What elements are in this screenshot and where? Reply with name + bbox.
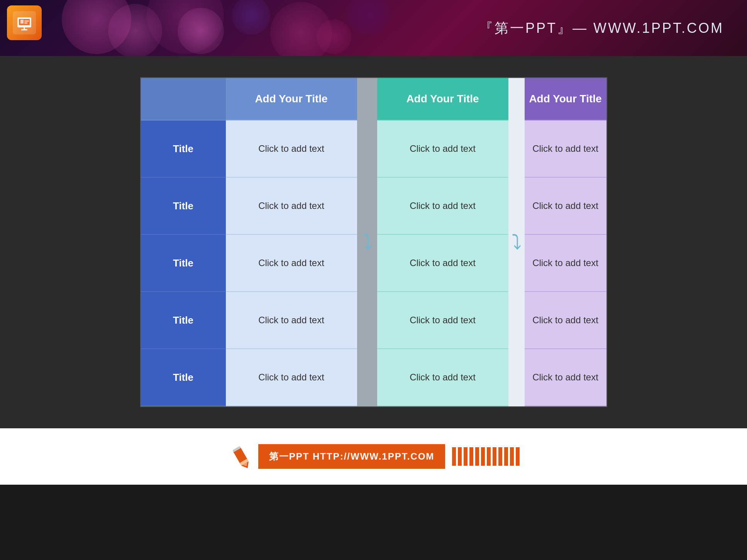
svg-rect-4 (24, 22, 27, 24)
header-logo (7, 5, 42, 40)
col4-purple-column: Add Your Title Click to add text Click t… (525, 78, 606, 406)
col2-header[interactable]: Add Your Title (226, 78, 357, 120)
stripe-5 (475, 447, 479, 466)
col1-row-1[interactable]: Title (141, 120, 226, 178)
col1-row-4[interactable]: Title (141, 292, 226, 349)
pencil-icon (227, 443, 254, 470)
separator-1: ⤵ (357, 78, 377, 406)
col4-header[interactable]: Add Your Title (525, 78, 606, 120)
col3-row-2[interactable]: Click to add text (377, 178, 508, 235)
stripe-3 (464, 447, 468, 466)
comparison-table: Title Title Title Title Title Add Your T… (140, 77, 607, 407)
col2-row-2[interactable]: Click to add text (226, 178, 357, 235)
col3-row-4[interactable]: Click to add text (377, 292, 508, 349)
svg-rect-2 (20, 20, 24, 24)
stripe-4 (469, 447, 473, 466)
footer-stripes (452, 447, 520, 466)
stripe-7 (487, 447, 491, 466)
col2-row-1[interactable]: Click to add text (226, 120, 357, 178)
footer: 第一PPT HTTP://WWW.1PPT.COM (0, 428, 747, 485)
col3-row-3[interactable]: Click to add text (377, 235, 508, 292)
stripe-10 (504, 447, 508, 466)
footer-url-bar: 第一PPT HTTP://WWW.1PPT.COM (258, 444, 445, 469)
arrow-right-icon-1: ⤵ (362, 232, 372, 252)
stripe-8 (493, 447, 496, 466)
main-section: Title Title Title Title Title Add Your T… (0, 56, 747, 428)
col2-row-5[interactable]: Click to add text (226, 349, 357, 406)
col3-row-1[interactable]: Click to add text (377, 120, 508, 178)
stripe-11 (510, 447, 514, 466)
stripe-12 (516, 447, 520, 466)
stripe-6 (481, 447, 485, 466)
col3-header[interactable]: Add Your Title (377, 78, 508, 120)
col3-teal-column: Add Your Title Click to add text Click t… (377, 78, 508, 406)
stripe-1 (452, 447, 456, 466)
col1-header (141, 78, 226, 120)
col2-blue-column: Add Your Title Click to add text Click t… (226, 78, 357, 406)
stripe-9 (498, 447, 502, 466)
arrow-right-icon-2: ⤵ (512, 232, 522, 252)
col2-row-4[interactable]: Click to add text (226, 292, 357, 349)
svg-rect-3 (24, 20, 29, 22)
logo-inner (13, 11, 36, 34)
separator-2: ⤵ (508, 78, 525, 406)
col4-row-3[interactable]: Click to add text (525, 235, 606, 292)
col3-row-5[interactable]: Click to add text (377, 349, 508, 406)
presentation-icon (16, 14, 33, 31)
col1-row-3[interactable]: Title (141, 235, 226, 292)
col4-row-2[interactable]: Click to add text (525, 178, 606, 235)
header-banner: 『第一PPT』— WWW.1PPT.COM (0, 0, 747, 56)
col1-row-2[interactable]: Title (141, 178, 226, 235)
col4-row-1[interactable]: Click to add text (525, 120, 606, 178)
col1-title-column: Title Title Title Title Title (141, 78, 226, 406)
col2-row-3[interactable]: Click to add text (226, 235, 357, 292)
header-title: 『第一PPT』— WWW.1PPT.COM (479, 19, 724, 37)
col4-row-5[interactable]: Click to add text (525, 349, 606, 406)
footer-url-text: 第一PPT HTTP://WWW.1PPT.COM (269, 450, 435, 463)
stripe-2 (458, 447, 462, 466)
col1-row-5[interactable]: Title (141, 349, 226, 406)
col4-row-4[interactable]: Click to add text (525, 292, 606, 349)
